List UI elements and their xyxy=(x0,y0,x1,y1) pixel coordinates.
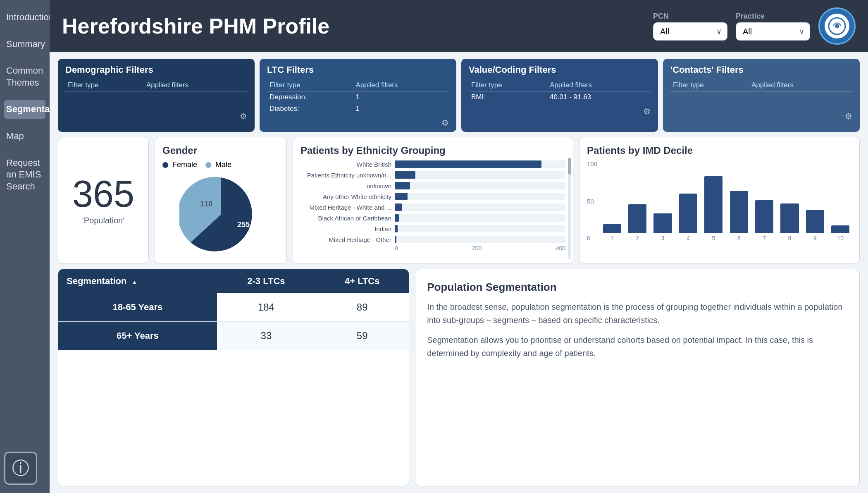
logo xyxy=(818,7,856,45)
imd-bar xyxy=(780,203,799,233)
value-coding-filter-card: Value/Coding Filters Filter type Applied… xyxy=(461,59,658,132)
population-box: 365 'Population' xyxy=(58,137,149,264)
ethnicity-bar-fill xyxy=(395,214,399,222)
practice-select[interactable]: All xyxy=(736,22,810,41)
imd-y-axis: 100 50 0 xyxy=(587,160,597,251)
contacts-col2: Applied filters xyxy=(749,79,852,91)
ltc-row-0-value: 1 xyxy=(353,91,449,103)
sidebar-item-map[interactable]: Map xyxy=(4,127,45,146)
imd-bar-label: 6 xyxy=(737,235,741,242)
imd-bar-col: 4 xyxy=(677,194,699,242)
imd-bars-wrapper: 1 2 3 4 5 6 7 8 9 10 xyxy=(601,160,852,251)
segmentation-table: Segmentation ▲ 2-3 LTCs 4+ LTCs 18-65 Ye… xyxy=(58,269,409,350)
pcn-label: PCN xyxy=(653,12,727,21)
ltc-footer: ⚙ xyxy=(267,115,449,128)
sidebar-item-introduction[interactable]: Introduction xyxy=(4,8,45,27)
male-legend-label: Male xyxy=(215,160,231,169)
ethnicity-bar-fill xyxy=(395,236,396,243)
imd-bar xyxy=(679,194,697,233)
contacts-gear-icon[interactable]: ⚙ xyxy=(845,111,852,121)
ethnicity-bar-fill xyxy=(395,182,410,189)
imd-y-0: 0 xyxy=(587,235,597,242)
ltc-row-0-type: Depression: xyxy=(267,91,353,103)
seg-col-segmentation: Segmentation ▲ xyxy=(58,269,217,293)
contacts-filter-title: 'Contacts' Filters xyxy=(670,65,852,75)
ethnicity-bar-row: Mixed Heritage - White and ... xyxy=(300,203,565,211)
seg-65plus-ltc-2-3: 33 xyxy=(217,322,315,350)
ltc-row-1: Diabetes: 1 xyxy=(267,103,449,115)
ltc-filter-table: Filter type Applied filters Depression: … xyxy=(267,79,449,115)
ethnicity-bar-fill xyxy=(395,171,415,179)
contacts-footer: ⚙ xyxy=(670,108,852,121)
imd-bar-col: 10 xyxy=(829,225,852,242)
demographic-filter-table: Filter type Applied filters xyxy=(65,79,247,108)
seg-18-65-ltc-2-3: 184 xyxy=(217,293,315,322)
ltc-row-0: Depression: 1 xyxy=(267,91,449,103)
ltc-gear-icon[interactable]: ⚙ xyxy=(441,118,449,128)
ethnicity-bar-fill xyxy=(395,225,398,232)
ltc-col1: Filter type xyxy=(267,79,353,91)
male-legend-dot xyxy=(205,162,211,168)
ethnicity-bar-track xyxy=(395,225,565,232)
value-coding-row-0: BMI: 40.01 - 91.63 xyxy=(469,91,651,103)
description-paragraph2: Segmentation allows you to prioritise or… xyxy=(427,333,848,360)
info-button[interactable]: ⓘ xyxy=(4,452,37,485)
imd-bar xyxy=(806,210,824,233)
header: Herefordshire PHM Profile PCN All Practi… xyxy=(50,0,868,52)
imd-chart-title: Patients by IMD Decile xyxy=(587,145,852,156)
pcn-dropdown-wrapper: All xyxy=(653,22,727,41)
ethnicity-bar-track xyxy=(395,193,565,200)
info-icon: ⓘ xyxy=(12,457,29,480)
gender-chart-box: Gender Female Male xyxy=(155,137,287,264)
practice-label: Practice xyxy=(736,12,810,21)
sidebar-item-summary[interactable]: Summary xyxy=(4,35,45,54)
ethnicity-bar-container: White British Patients Ethnicity unknown… xyxy=(300,160,565,243)
value-coding-footer: ⚙ xyxy=(469,103,651,116)
ethnicity-bar-label: White British xyxy=(300,161,391,168)
seg-col-2-3: 2-3 LTCs xyxy=(217,269,315,293)
value-coding-gear-icon[interactable]: ⚙ xyxy=(643,106,651,116)
imd-bar xyxy=(704,176,723,233)
imd-bar-label: 2 xyxy=(636,235,639,242)
description-paragraph1: In the broadest sense, population segmen… xyxy=(427,300,848,327)
ethnicity-bar-row: Black African or Caribbean xyxy=(300,214,565,222)
ethnicity-chart-box: Patients by Ethnicity Grouping White Bri… xyxy=(293,137,573,264)
sidebar-item-segmentation[interactable]: Segmentation xyxy=(4,100,45,119)
ethnicity-bar-track xyxy=(395,203,565,211)
demographic-gear-icon[interactable]: ⚙ xyxy=(240,111,247,121)
demographic-col1: Filter type xyxy=(65,79,144,91)
ethnicity-scrollbar[interactable] xyxy=(568,158,571,259)
filter-area: Demographic Filters Filter type Applied … xyxy=(50,52,868,137)
demographic-col2: Applied filters xyxy=(144,79,247,91)
value-coding-filter-title: Value/Coding Filters xyxy=(469,65,651,75)
imd-bar-label: 4 xyxy=(687,235,690,242)
seg-age-18-65: 18-65 Years xyxy=(58,293,217,322)
value-coding-row-0-value: 40.01 - 91.63 xyxy=(547,91,651,103)
gender-legend-female: Female xyxy=(162,160,197,169)
imd-y-100: 100 xyxy=(587,160,597,168)
pcn-select[interactable]: All xyxy=(653,22,727,41)
population-label: 'Population' xyxy=(82,216,124,225)
segmentation-table-box: Segmentation ▲ 2-3 LTCs 4+ LTCs 18-65 Ye… xyxy=(58,269,409,486)
contacts-col1: Filter type xyxy=(670,79,749,91)
ethnicity-bar-row: White British xyxy=(300,160,565,168)
header-controls: PCN All Practice All xyxy=(653,7,856,45)
ltc-filter-card: LTC Filters Filter type Applied filters … xyxy=(260,59,456,132)
ethnicity-bar-track xyxy=(395,160,565,168)
seg-row-18-65: 18-65 Years 184 89 xyxy=(58,293,409,322)
ltc-col2: Applied filters xyxy=(353,79,449,91)
sidebar-item-request-emis[interactable]: Request an EMIS Search xyxy=(4,154,45,196)
gender-legend: Female Male xyxy=(162,160,279,169)
demographic-filter-card: Demographic Filters Filter type Applied … xyxy=(58,59,255,132)
imd-bar-col: 3 xyxy=(651,213,674,242)
sidebar-item-common-themes[interactable]: Common Themes xyxy=(4,62,45,92)
imd-bar-col: 9 xyxy=(804,210,826,242)
ethnicity-bar-row: Patients Ethnicity unknown/n... xyxy=(300,171,565,179)
contacts-filter-card: 'Contacts' Filters Filter type Applied f… xyxy=(663,59,860,132)
ethnicity-bar-label: Mixed Heritage - White and ... xyxy=(300,204,391,211)
practice-dropdown-wrapper: All xyxy=(736,22,810,41)
contacts-empty-row xyxy=(670,91,852,108)
seg-65plus-ltc-4plus: 59 xyxy=(315,322,409,350)
imd-y-50: 50 xyxy=(587,198,597,205)
ltc-row-1-value: 1 xyxy=(353,103,449,115)
